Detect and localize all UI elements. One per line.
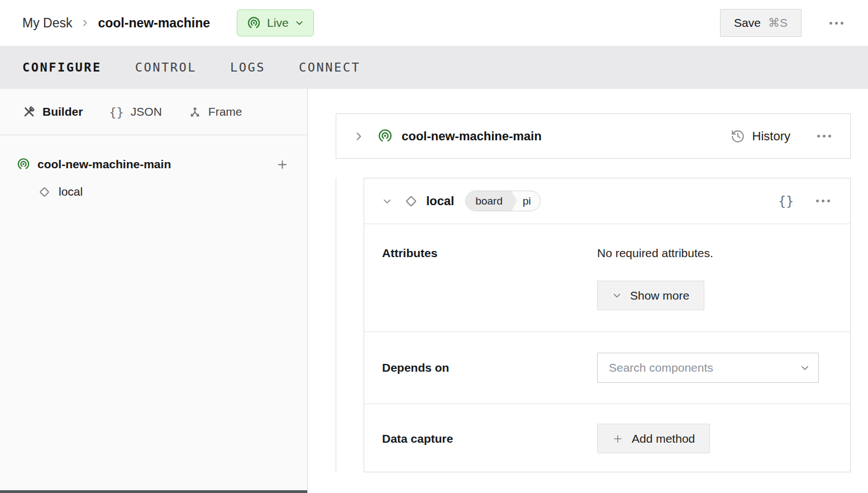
tab-logs[interactable]: LOGS [230,60,265,74]
component-title: local [426,194,454,208]
view-tab-json[interactable]: {} JSON [109,105,162,119]
component-model: pi [517,191,540,211]
machine-part-title: cool-new-machine-main [402,129,542,144]
depends-on-section: Depends on [364,332,850,404]
plus-icon [612,433,623,444]
add-method-button[interactable]: Add method [597,424,710,453]
component-json-button[interactable]: {} [778,194,794,208]
machine-part-card-header: cool-new-machine-main History [336,113,851,159]
tab-control[interactable]: CONTROL [135,60,197,74]
component-diamond-icon [406,196,417,207]
component-card-local: local board pi {} Attributes No required… [364,178,851,472]
curly-braces-icon: {} [109,105,124,119]
save-shortcut-hint: ⌘S [768,16,788,30]
history-clock-icon [731,129,745,144]
live-status-label: Live [267,16,289,30]
config-main-panel: cool-new-machine-main History [308,89,868,493]
view-tab-builder-label: Builder [42,105,83,118]
machine-part-icon [378,129,393,144]
config-sidebar: Builder {} JSON Frame [0,89,308,493]
component-type-badge: board pi [465,191,540,211]
badge-chevron-separator [507,191,517,211]
top-bar: My Desk cool-new-machine Live Save ⌘S [0,0,868,46]
data-capture-section: Data capture Add method [364,404,850,473]
header-more-menu-icon[interactable] [827,18,846,28]
builder-tools-icon [22,105,36,118]
tree-item-local[interactable]: local [0,178,307,205]
attributes-empty-message: No required attributes. [597,246,819,260]
breadcrumb-parent-link[interactable]: My Desk [22,16,72,31]
add-method-button-label: Add method [632,432,695,445]
component-card-header: local board pi {} [364,178,850,224]
breadcrumb-current-page: cool-new-machine [98,16,210,31]
view-tab-frame-label: Frame [208,105,242,118]
tab-connect[interactable]: CONNECT [299,60,360,74]
breadcrumb-separator-icon [80,18,89,27]
tree-item-machine-part[interactable]: cool-new-machine-main [0,150,307,178]
machine-nav-tabs: CONFIGURE CONTROL LOGS CONNECT [0,46,868,89]
live-status-dropdown[interactable]: Live [237,10,314,36]
chevron-down-icon [295,18,304,27]
depends-on-select [597,353,819,383]
search-components-input[interactable] [597,353,819,383]
view-tab-frame[interactable]: Frame [188,105,242,118]
save-button-label: Save [734,16,761,30]
component-diamond-icon [39,187,49,197]
frame-axes-icon [188,105,202,118]
tab-configure[interactable]: CONFIGURE [22,60,102,74]
component-type: board [466,191,507,211]
depends-on-section-label: Depends on [382,361,449,374]
sidebar-horizontal-scrollbar[interactable] [0,490,307,493]
machine-live-icon [247,16,261,30]
component-more-menu-icon[interactable] [814,196,832,206]
add-component-button[interactable] [276,158,289,171]
view-tab-json-label: JSON [131,105,162,118]
machine-part-icon [17,158,30,171]
app-window: My Desk cool-new-machine Live Save ⌘S [0,0,868,493]
history-button[interactable]: History [731,129,790,144]
data-capture-section-label: Data capture [382,432,453,445]
save-button[interactable]: Save ⌘S [720,9,802,37]
breadcrumb: My Desk cool-new-machine [22,16,210,31]
attributes-section-label: Attributes [382,246,437,259]
view-tab-builder[interactable]: Builder [22,105,83,118]
part-card-more-menu-icon[interactable] [815,131,833,141]
show-more-button-label: Show more [630,289,689,302]
collapse-chevron-right-icon[interactable] [353,131,364,142]
config-view-tabs: Builder {} JSON Frame [0,89,307,135]
tree-item-machine-part-label: cool-new-machine-main [37,158,276,171]
history-button-label: History [752,129,790,144]
attributes-section: Attributes No required attributes. Show … [364,224,850,332]
tree-item-local-label: local [59,185,83,198]
show-more-button[interactable]: Show more [597,281,704,310]
collapse-chevron-down-icon[interactable] [382,196,392,206]
tree-connector-line [336,178,336,473]
chevron-down-icon [612,291,622,300]
